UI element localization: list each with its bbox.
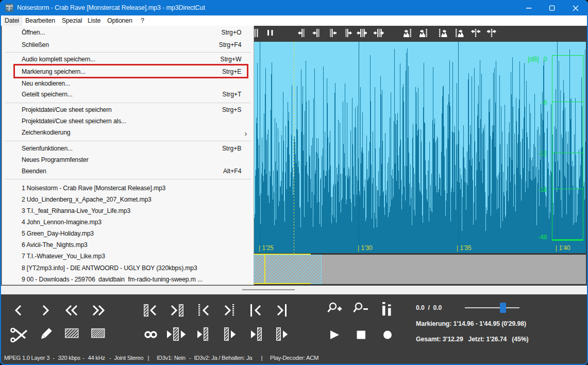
svg-text:| 1'35: | 1'35 xyxy=(457,244,472,252)
svg-text:| 1'40: | 1'40 xyxy=(556,244,570,252)
svg-text:-18: -18 xyxy=(538,186,547,193)
svg-text:| 1'30: | 1'30 xyxy=(358,244,373,252)
svg-text:-6: -6 xyxy=(542,99,547,106)
svg-text:0: 0 xyxy=(544,56,547,63)
svg-text:| 1'25: | 1'25 xyxy=(259,244,274,252)
svg-text:[dB]: [dB] xyxy=(528,56,539,63)
svg-text:-12: -12 xyxy=(538,150,547,157)
svg-text:-48: -48 xyxy=(538,234,547,241)
